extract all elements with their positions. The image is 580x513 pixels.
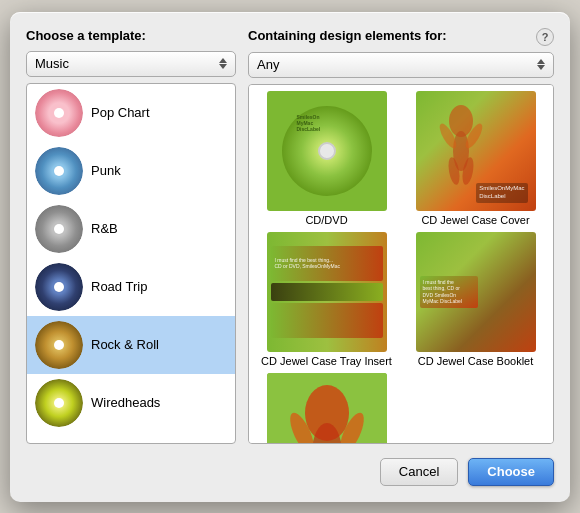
left-panel-label: Choose a template: — [26, 28, 236, 43]
tray-art-2 — [271, 283, 383, 301]
select-arrows-left — [219, 58, 227, 69]
design-elements-value: Any — [257, 57, 279, 72]
select-arrows-right — [537, 59, 545, 70]
design-elements-select[interactable]: Any — [248, 52, 554, 78]
list-item[interactable]: Wiredheads — [27, 374, 235, 432]
left-panel: Choose a template: Music Pop Chart — [26, 28, 236, 444]
right-header-row: Containing design elements for: ? — [248, 28, 554, 46]
grid-thumb-cover: SmilesOnMyMacDiscLabel — [416, 91, 536, 211]
list-item-label: Rock & Roll — [91, 337, 159, 352]
list-item-label: Road Trip — [91, 279, 147, 294]
cd-text: SmilesOnMyMacDiscLabel — [297, 114, 321, 132]
cancel-button[interactable]: Cancel — [380, 458, 458, 486]
list-item-label: Pop Chart — [91, 105, 150, 120]
cd-disc — [35, 321, 83, 369]
arrow-up-icon — [537, 59, 545, 64]
list-item-rock-roll[interactable]: Rock & Roll — [27, 316, 235, 374]
grid-thumb-booklet: I must find thebest thing, CD orDVD Smil… — [416, 232, 536, 352]
grid-item-label: CD Jewel Case Cover — [421, 214, 529, 226]
list-item-label: Wiredheads — [91, 395, 160, 410]
thumbnail-wiredheads — [35, 379, 83, 427]
template-grid: SmilesOnMyMacDiscLabel CD/DVD SmilesOnMy… — [248, 84, 554, 444]
arrow-up-icon — [219, 58, 227, 63]
cover-art-svg — [426, 101, 496, 191]
cd-hole — [54, 108, 64, 118]
cd-hole — [54, 340, 64, 350]
cd-hole — [54, 224, 64, 234]
cd-disc — [35, 263, 83, 311]
help-button[interactable]: ? — [536, 28, 554, 46]
list-item-label: Punk — [91, 163, 121, 178]
cd-disc — [35, 379, 83, 427]
grid-thumb-cddvd: SmilesOnMyMacDiscLabel — [267, 91, 387, 211]
cd-disc — [35, 147, 83, 195]
cd-disc — [35, 89, 83, 137]
cd-hole — [54, 282, 64, 292]
choose-button[interactable]: Choose — [468, 458, 554, 486]
thumbnail-pop-chart — [35, 89, 83, 137]
list-item[interactable]: Punk — [27, 142, 235, 200]
cd-hole — [54, 398, 64, 408]
booklet-text: I must find thebest thing, CD orDVD Smil… — [423, 279, 462, 305]
tray-text: I must find the best thing...CD or DVD, … — [271, 257, 341, 270]
list-item[interactable]: R&B — [27, 200, 235, 258]
thumbnail-punk — [35, 147, 83, 195]
grid-item-empty — [404, 373, 547, 444]
grid-thumb-empty — [416, 373, 536, 444]
dialog-footer: Cancel Choose — [26, 454, 554, 486]
grid-item-cover[interactable]: SmilesOnMyMacDiscLabel CD Je — [404, 91, 547, 226]
list-item[interactable]: Road Trip — [27, 258, 235, 316]
arrow-down-icon — [537, 65, 545, 70]
grid-item-label: CD/DVD — [305, 214, 347, 226]
template-category-value: Music — [35, 56, 69, 71]
grid-item-cddvd[interactable]: SmilesOnMyMacDiscLabel CD/DVD — [255, 91, 398, 226]
partial-art-svg — [267, 373, 387, 444]
dialog-body: Choose a template: Music Pop Chart — [26, 28, 554, 444]
arrow-down-icon — [219, 64, 227, 69]
cd-hole-thumb — [318, 142, 336, 160]
grid-thumb-tray: I must find the best thing...CD or DVD, … — [267, 232, 387, 352]
grid-thumb-partial — [267, 373, 387, 444]
cd-disc-thumb: SmilesOnMyMacDiscLabel — [282, 106, 372, 196]
thumbnail-road-trip — [35, 263, 83, 311]
list-item-label: R&B — [91, 221, 118, 236]
thumbnail-rb — [35, 205, 83, 253]
cd-hole — [54, 166, 64, 176]
grid-item-label: CD Jewel Case Tray Insert — [261, 355, 392, 367]
cd-disc — [35, 205, 83, 253]
thumbnail-rock-roll — [35, 321, 83, 369]
grid-row: I must find the best thing...CD or DVD, … — [255, 232, 547, 367]
grid-item-tray[interactable]: I must find the best thing...CD or DVD, … — [255, 232, 398, 367]
grid-row — [255, 373, 547, 444]
grid-item-partial[interactable] — [255, 373, 398, 444]
right-panel: Containing design elements for: ? Any — [248, 28, 554, 444]
grid-item-booklet[interactable]: I must find thebest thing, CD orDVD Smil… — [404, 232, 547, 367]
booklet-panel-left: I must find thebest thing, CD orDVD Smil… — [420, 276, 478, 308]
list-item[interactable]: Pop Chart — [27, 84, 235, 142]
grid-row: SmilesOnMyMacDiscLabel CD/DVD SmilesOnMy… — [255, 91, 547, 226]
tray-art-1: I must find the best thing...CD or DVD, … — [271, 246, 383, 281]
template-category-select[interactable]: Music — [26, 51, 236, 77]
template-list: Pop Chart Punk — [26, 83, 236, 444]
right-panel-label: Containing design elements for: — [248, 28, 447, 43]
template-chooser-dialog: Choose a template: Music Pop Chart — [10, 12, 570, 502]
tray-art-3 — [271, 303, 383, 338]
grid-item-label: CD Jewel Case Booklet — [418, 355, 534, 367]
